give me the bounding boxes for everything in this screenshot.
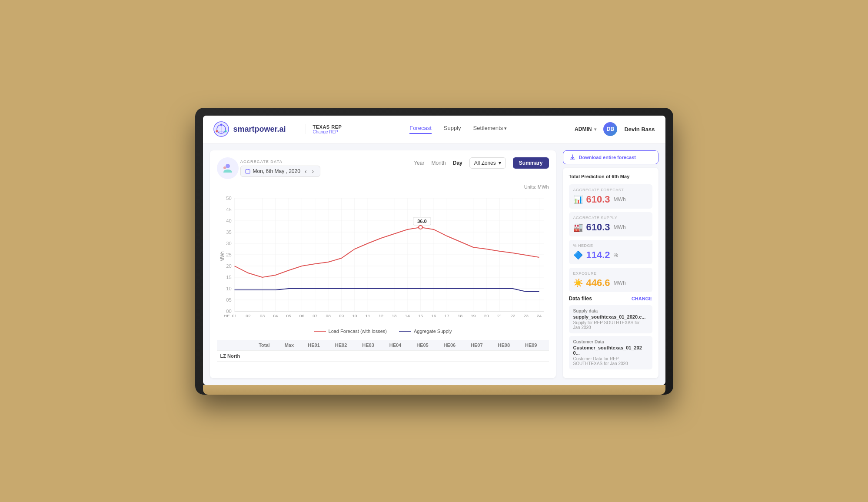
- rep-area: TEXAS REP Change REP: [306, 124, 342, 134]
- svg-text:02: 02: [246, 313, 250, 318]
- svg-text:10: 10: [352, 313, 357, 318]
- zone-arrow-icon: ▾: [499, 160, 501, 166]
- svg-text:10: 10: [226, 286, 232, 291]
- hedge-value: 114.2: [586, 249, 610, 261]
- exposure-icon: ☀️: [573, 278, 583, 288]
- table-col-he03: HE03: [359, 340, 386, 351]
- legend-red-line: [314, 331, 326, 332]
- svg-text:18: 18: [457, 313, 462, 318]
- table-col-he07: HE07: [467, 340, 494, 351]
- svg-text:MWh: MWh: [219, 251, 225, 261]
- prediction-title: Total Prediction of 6th May: [569, 174, 652, 179]
- user-avatar: DB: [603, 122, 617, 136]
- svg-rect-9: [246, 170, 250, 173]
- svg-text:19: 19: [471, 313, 476, 318]
- metric-aggregate-supply: AGGREGATE SUPPLY 🏭 610.3 MWh: [569, 212, 652, 236]
- svg-text:04: 04: [273, 313, 278, 318]
- svg-text:06: 06: [299, 313, 304, 318]
- svg-text:11: 11: [365, 313, 370, 318]
- svg-text:08: 08: [326, 313, 330, 318]
- date-prev-btn[interactable]: ‹: [303, 168, 309, 175]
- change-files-link[interactable]: CHANGE: [632, 296, 652, 301]
- svg-text:22: 22: [510, 313, 515, 318]
- chart-svg: 50 45 40 35 30 25 20 15 10 05 00: [217, 191, 549, 322]
- svg-text:36.0: 36.0: [417, 219, 426, 223]
- forecast-icon: 📊: [573, 195, 583, 204]
- table-header-row: Total Max HE01 HE02 HE03 HE04 HE05 HE06 …: [217, 340, 549, 351]
- svg-text:25: 25: [226, 252, 232, 257]
- svg-text:35: 35: [226, 229, 232, 234]
- svg-text:13: 13: [392, 313, 396, 318]
- main-nav: Forecast Supply Settlements: [356, 125, 561, 134]
- admin-button[interactable]: ADMIN ▾: [575, 126, 596, 132]
- sidebar: Download entire forecast Total Predictio…: [563, 150, 658, 378]
- svg-point-8: [223, 166, 226, 169]
- units-label: Units: MWh: [217, 184, 549, 189]
- svg-point-7: [226, 164, 230, 168]
- data-table: Total Max HE01 HE02 HE03 HE04 HE05 HE06 …: [217, 340, 549, 362]
- nav-forecast[interactable]: Forecast: [409, 125, 432, 134]
- svg-text:07: 07: [313, 313, 317, 318]
- supply-icon: 🏭: [573, 223, 583, 232]
- logo-text: smartpower.ai: [233, 125, 286, 134]
- prediction-box: Total Prediction of 6th May AGGREGATE FO…: [563, 168, 658, 378]
- metric-exposure: EXPOSURE ☀️ 446.6 MWh: [569, 268, 652, 292]
- download-forecast-button[interactable]: Download entire forecast: [563, 150, 658, 164]
- exposure-value: 446.6: [586, 277, 610, 289]
- download-icon: [569, 154, 575, 160]
- svg-text:30: 30: [226, 241, 232, 246]
- nav-supply[interactable]: Supply: [444, 125, 461, 134]
- supply-value: 610.3: [586, 222, 610, 233]
- chart-top-row: AGGREGATE DATA Mon, 6th May , 2020: [217, 157, 549, 179]
- summary-button[interactable]: Summary: [513, 157, 549, 169]
- forecast-value: 610.3: [586, 194, 610, 205]
- svg-text:15: 15: [418, 313, 422, 318]
- svg-text:HE: HE: [223, 313, 229, 318]
- svg-text:05: 05: [226, 297, 232, 302]
- date-selector[interactable]: Mon, 6th May , 2020 ‹ ›: [240, 166, 321, 177]
- svg-text:40: 40: [226, 218, 232, 223]
- table-col-he04: HE04: [386, 340, 413, 351]
- user-name: Devin Bass: [624, 126, 655, 133]
- svg-text:03: 03: [259, 313, 264, 318]
- svg-text:24: 24: [536, 313, 542, 318]
- svg-text:05: 05: [286, 313, 291, 318]
- date-nav: ‹ ›: [303, 168, 316, 175]
- data-files-header: Data files CHANGE: [569, 296, 652, 302]
- svg-text:01: 01: [232, 313, 236, 318]
- svg-text:21: 21: [497, 313, 502, 318]
- svg-text:20: 20: [226, 263, 232, 268]
- table-col-max: Max: [281, 340, 305, 351]
- date-next-btn[interactable]: ›: [310, 168, 316, 175]
- svg-text:16: 16: [431, 313, 436, 318]
- data-files-title: Data files: [569, 296, 592, 302]
- metric-hedge: % HEDGE 🔷 114.2 %: [569, 240, 652, 264]
- svg-text:20: 20: [484, 313, 489, 318]
- nav-settlements[interactable]: Settlements: [473, 125, 507, 134]
- svg-text:50: 50: [226, 196, 232, 200]
- chart-container: 50 45 40 35 30 25 20 15 10 05 00: [217, 191, 549, 323]
- period-year-btn[interactable]: Year: [414, 160, 424, 166]
- period-row: Year Month Day All Zones ▾ Summary: [414, 157, 549, 169]
- laptop-base: [203, 385, 665, 395]
- svg-text:15: 15: [226, 275, 232, 279]
- logo-icon: [213, 121, 229, 137]
- svg-text:09: 09: [339, 313, 343, 318]
- table-col-he02: HE02: [332, 340, 359, 351]
- table-col-he05: HE05: [413, 340, 440, 351]
- chart-legend: Load Forecast (with losses) Aggregate Su…: [217, 329, 549, 334]
- table-col-he08: HE08: [495, 340, 522, 351]
- legend-blue-line: [399, 331, 411, 332]
- svg-point-60: [419, 226, 422, 229]
- period-month-btn[interactable]: Month: [431, 160, 446, 166]
- rep-name: TEXAS REP: [313, 124, 342, 130]
- zone-selector[interactable]: All Zones ▾: [469, 157, 506, 169]
- change-rep-link[interactable]: Change REP: [313, 130, 342, 134]
- chart-area: AGGREGATE DATA Mon, 6th May , 2020: [210, 150, 556, 378]
- header-right: ADMIN ▾ DB Devin Bass: [575, 122, 655, 136]
- period-day-btn[interactable]: Day: [453, 160, 462, 166]
- svg-text:45: 45: [226, 207, 232, 212]
- table-col-zone: [217, 340, 256, 351]
- table-row: LZ North: [217, 350, 549, 361]
- logo-area: smartpower.ai: [213, 121, 292, 137]
